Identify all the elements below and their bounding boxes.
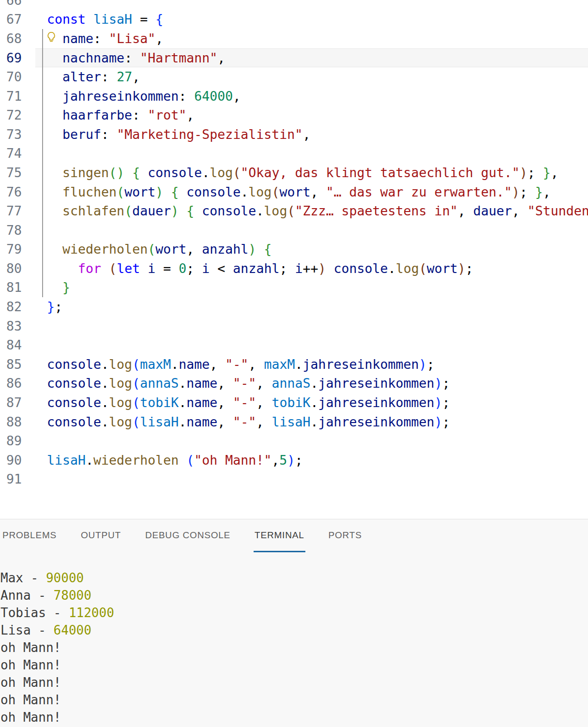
terminal-output[interactable]: Max - 90000Anna - 78000Tobias - 112000Li… (0, 569, 588, 726)
terminal-line: oh Mann! (0, 674, 588, 691)
code-line[interactable]: 67const lisaH = { (0, 10, 588, 29)
code-text: wiederholen(wort, anzahl) { (47, 240, 271, 259)
panel-tab-bar: PROBLEMSOUTPUTDEBUG CONSOLETERMINALPORTS (0, 519, 588, 552)
line-number[interactable]: 81 (0, 278, 22, 297)
terminal-line: Anna - 78000 (0, 587, 588, 604)
code-text: fluchen(wort) { console.log(wort, "… das… (47, 182, 551, 202)
code-line[interactable]: 87console.log(tobiK.name, "-", tobiK.jah… (0, 393, 588, 412)
line-number[interactable]: 69 (0, 48, 22, 68)
line-number[interactable]: 77 (0, 201, 22, 221)
tab-debug-console[interactable]: DEBUG CONSOLE (144, 519, 231, 552)
terminal-line: Tobias - 112000 (0, 604, 588, 621)
line-number[interactable]: 83 (0, 317, 22, 336)
code-line[interactable]: 89 (0, 431, 588, 451)
terminal-line: Max - 90000 (0, 569, 588, 587)
bottom-panel: PROBLEMSOUTPUTDEBUG CONSOLETERMINALPORTS… (0, 519, 588, 727)
terminal-line: oh Mann! (0, 709, 588, 726)
code-line[interactable]: 83 (0, 317, 588, 336)
code-line[interactable]: 90lisaH.wiederholen ("oh Mann!",5); (0, 451, 588, 470)
tab-terminal[interactable]: TERMINAL (254, 519, 305, 552)
terminal-line: Lisa - 64000 (0, 621, 588, 639)
line-number[interactable]: 79 (0, 240, 22, 259)
code-text: schlafen(dauer) { console.log("Zzz… spae… (47, 201, 588, 221)
tab-problems[interactable]: PROBLEMS (1, 519, 58, 552)
editor-lines: 6667const lisaH = {68 name: "Lisa",69 na… (0, 0, 588, 489)
code-line[interactable]: 73 beruf: "Marketing-Spezialistin", (0, 125, 588, 144)
line-number[interactable]: 90 (0, 451, 22, 470)
tab-output[interactable]: OUTPUT (80, 519, 122, 552)
line-number[interactable]: 76 (0, 182, 22, 202)
code-line[interactable]: 68 name: "Lisa", (0, 29, 588, 48)
line-number[interactable]: 84 (0, 335, 22, 355)
code-text: alter: 27, (47, 67, 140, 87)
line-number[interactable]: 67 (0, 10, 22, 29)
line-number[interactable]: 73 (0, 125, 22, 144)
line-number[interactable]: 66 (0, 0, 22, 10)
line-number[interactable]: 71 (0, 87, 22, 106)
code-text: console.log(annaS.name, "-", annaS.jahre… (47, 374, 450, 393)
indent-guide (42, 29, 43, 297)
code-line[interactable]: 71 jahreseinkommen: 64000, (0, 87, 588, 106)
code-editor[interactable]: 6667const lisaH = {68 name: "Lisa",69 na… (0, 0, 588, 519)
code-line[interactable]: 66 (0, 0, 588, 10)
line-number[interactable]: 88 (0, 412, 22, 432)
code-line[interactable]: 78 (0, 221, 588, 240)
code-text: console.log(maxM.name, "-", maxM.jahrese… (47, 355, 435, 374)
line-number[interactable]: 91 (0, 470, 22, 489)
code-line[interactable]: 74 (0, 144, 588, 163)
code-line[interactable]: 85console.log(maxM.name, "-", maxM.jahre… (0, 355, 588, 374)
code-line[interactable]: 75 singen() { console.log("Okay, das kli… (0, 163, 588, 182)
line-number[interactable]: 78 (0, 221, 22, 240)
code-line[interactable]: 82}; (0, 297, 588, 317)
terminal-line: oh Mann! (0, 656, 588, 674)
line-number[interactable]: 74 (0, 144, 22, 163)
line-number[interactable]: 72 (0, 106, 22, 125)
code-text: console.log(tobiK.name, "-", tobiK.jahre… (47, 393, 450, 412)
code-line[interactable]: 84 (0, 335, 588, 355)
code-text: singen() { console.log("Okay, das klingt… (47, 163, 558, 182)
code-line[interactable]: 86console.log(annaS.name, "-", annaS.jah… (0, 374, 588, 393)
terminal-line: oh Mann! (0, 639, 588, 656)
terminal-line: oh Mann! (0, 691, 588, 709)
code-text: console.log(lisaH.name, "-", lisaH.jahre… (47, 412, 450, 432)
line-number[interactable]: 80 (0, 259, 22, 278)
code-text: const lisaH = { (47, 10, 163, 29)
code-text: beruf: "Marketing-Spezialistin", (47, 125, 310, 144)
line-number[interactable]: 86 (0, 374, 22, 393)
code-line[interactable]: 72 haarfarbe: "rot", (0, 106, 588, 125)
code-line[interactable]: 77 schlafen(dauer) { console.log("Zzz… s… (0, 201, 588, 221)
tab-ports[interactable]: PORTS (328, 519, 363, 552)
code-line[interactable]: 91 (0, 470, 588, 489)
code-text: }; (47, 297, 62, 317)
code-line[interactable]: 76 fluchen(wort) { console.log(wort, "… … (0, 182, 588, 202)
code-text: lisaH.wiederholen ("oh Mann!",5); (47, 451, 302, 470)
code-line[interactable]: 69 nachname: "Hartmann", (0, 48, 588, 68)
code-line[interactable]: 80 for (let i = 0; i < anzahl; i++) cons… (0, 259, 588, 278)
code-line[interactable]: 70 alter: 27, (0, 67, 588, 87)
code-line[interactable]: 88console.log(lisaH.name, "-", lisaH.jah… (0, 412, 588, 432)
line-number[interactable]: 82 (0, 297, 22, 317)
code-text: for (let i = 0; i < anzahl; i++) console… (47, 259, 473, 278)
code-line[interactable]: 81 } (0, 278, 588, 297)
line-number[interactable]: 87 (0, 393, 22, 412)
code-text: haarfarbe: "rot", (47, 106, 194, 125)
code-text: name: "Lisa", (47, 29, 163, 48)
line-number[interactable]: 70 (0, 67, 22, 87)
code-text: } (47, 278, 70, 297)
code-text: nachname: "Hartmann", (47, 48, 225, 68)
line-number[interactable]: 89 (0, 431, 22, 451)
code-text: jahreseinkommen: 64000, (47, 87, 241, 106)
line-number[interactable]: 85 (0, 355, 22, 374)
code-line[interactable]: 79 wiederholen(wort, anzahl) { (0, 240, 588, 259)
line-number[interactable]: 68 (0, 29, 22, 48)
lightbulb-icon[interactable] (45, 30, 58, 43)
line-number[interactable]: 75 (0, 163, 22, 182)
